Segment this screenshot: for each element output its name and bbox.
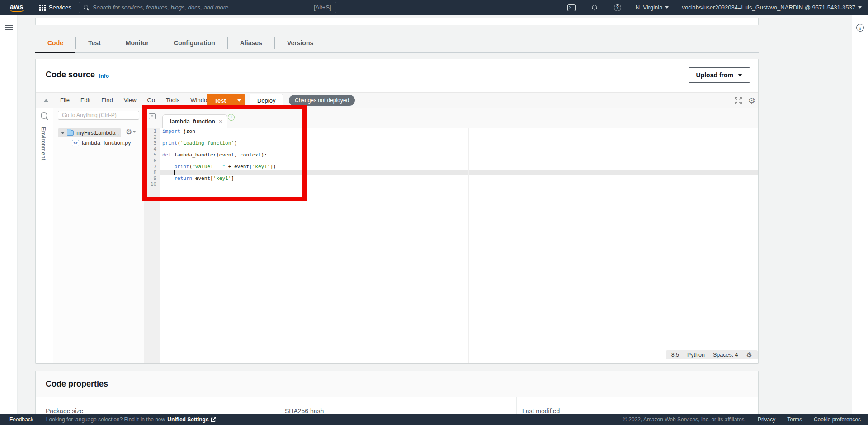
ide-left-strip: Environment: [36, 108, 53, 363]
search-icon[interactable]: [40, 112, 48, 120]
line-number: 9: [144, 175, 160, 181]
notifications-bell-icon[interactable]: [590, 3, 599, 13]
tab-monitor[interactable]: Monitor: [113, 33, 161, 53]
line-number: 4: [144, 146, 160, 152]
gear-icon: ⚙: [126, 128, 132, 136]
tab-test[interactable]: Test: [76, 33, 113, 53]
feedback-link[interactable]: Feedback: [9, 416, 33, 423]
editor-gutter: 12345678910: [144, 128, 160, 363]
code-line: print('Loading function'): [160, 140, 758, 146]
tree-file-row[interactable]: <> lambda_function.py: [72, 139, 131, 147]
code-line: def lambda_handler(event, context):: [160, 152, 758, 158]
code-properties-header: Code properties: [36, 371, 758, 397]
statusbar-gear-icon[interactable]: ⚙: [746, 352, 752, 359]
cursor-position[interactable]: 8:5: [671, 352, 679, 358]
code-region[interactable]: 12345678910 import jsonprint('Loading fu…: [144, 128, 758, 363]
editor-tab-lambda-function[interactable]: lambda_function ×: [162, 114, 227, 128]
divider: [583, 3, 583, 13]
python-file-icon: <>: [72, 140, 79, 146]
footer-link-terms[interactable]: Terms: [787, 416, 802, 423]
menu-view[interactable]: View: [124, 97, 137, 104]
hamburger-menu-icon[interactable]: [5, 25, 13, 30]
new-tab-button[interactable]: +: [228, 114, 235, 121]
footer-link-cookie-preferences[interactable]: Cookie preferences: [814, 416, 861, 423]
ide-area: Environment myFirstLambda - / ⚙ <> lambd…: [36, 108, 758, 363]
chevron-down-icon: [858, 6, 862, 9]
deploy-button[interactable]: Deploy: [250, 94, 283, 107]
folder-expand-caret-icon[interactable]: [61, 132, 65, 134]
line-number: 8: [144, 170, 160, 175]
code-line: print("value1 = " + event['key1']): [160, 164, 758, 170]
property-column: Package size: [36, 397, 279, 414]
code-source-header: Code source Info Upload from: [36, 59, 758, 92]
divider: [629, 3, 629, 13]
line-number: 6: [144, 158, 160, 164]
help-icon[interactable]: ?: [613, 3, 623, 13]
changes-not-deployed-badge: Changes not deployed: [289, 95, 355, 106]
property-column: SHA256 hash: [279, 397, 516, 414]
divider: [675, 3, 675, 13]
aws-logo[interactable]: aws: [7, 3, 26, 12]
goto-anything-input[interactable]: [58, 111, 139, 120]
global-search[interactable]: [Alt+S]: [79, 2, 336, 13]
footer-link-privacy[interactable]: Privacy: [758, 416, 775, 423]
language-mode[interactable]: Python: [687, 352, 705, 358]
account-label: voclabs/user2092034=Luis_Gustavo_NARDIN …: [682, 4, 855, 11]
code-editor[interactable]: ≡ lambda_function × + 12345678910 import…: [144, 108, 758, 363]
tab-configuration[interactable]: Configuration: [161, 33, 227, 53]
editor-code: import jsonprint('Loading function')def …: [160, 128, 758, 187]
line-number: 10: [144, 181, 160, 187]
cloudshell-icon[interactable]: >_: [566, 3, 576, 13]
footer-bar: Feedback Looking for language selection?…: [0, 414, 868, 425]
upload-from-button[interactable]: Upload from: [689, 67, 750, 83]
menu-tools[interactable]: Tools: [166, 97, 179, 104]
environment-panel-label[interactable]: Environment: [40, 127, 47, 160]
tab-versions[interactable]: Versions: [275, 33, 326, 53]
indentation-setting[interactable]: Spaces: 4: [713, 352, 738, 358]
tab-list-icon[interactable]: ≡: [149, 113, 156, 119]
code-source-title: Code source: [46, 70, 95, 80]
folder-path-suffix: - /: [117, 128, 121, 138]
left-rail: [0, 15, 18, 414]
file-name: lambda_function.py: [82, 140, 131, 146]
editor-tabstrip: ≡ lambda_function × +: [144, 108, 758, 128]
menu-go[interactable]: Go: [147, 97, 155, 104]
line-number: 1: [144, 128, 160, 134]
close-icon[interactable]: ×: [219, 118, 222, 125]
region-selector[interactable]: N. Virginia: [636, 4, 669, 11]
menu-file[interactable]: File: [60, 97, 70, 104]
tree-settings-button[interactable]: ⚙: [126, 128, 136, 136]
top-navigation-bar: aws Services [Alt+S] >_ ? N. Virginia vo…: [0, 0, 868, 15]
menu-edit[interactable]: Edit: [80, 97, 90, 104]
services-menu[interactable]: Services: [39, 4, 71, 11]
editor-settings-gear-icon[interactable]: ⚙: [748, 97, 755, 105]
account-menu[interactable]: voclabs/user2092034=Luis_Gustavo_NARDIN …: [682, 4, 862, 11]
test-dropdown-button[interactable]: [234, 94, 245, 107]
search-shortcut: [Alt+S]: [314, 4, 331, 11]
search-input[interactable]: [93, 4, 314, 11]
function-tabs: CodeTestMonitorConfigurationAliasesVersi…: [35, 33, 759, 53]
tree-folder-row[interactable]: myFirstLambda - /: [58, 128, 121, 137]
services-label: Services: [49, 4, 71, 11]
property-label: Package size: [46, 407, 279, 414]
unified-settings-link[interactable]: Unified Settings: [167, 416, 208, 423]
external-link-icon: [211, 417, 216, 422]
tab-code[interactable]: Code: [35, 33, 75, 53]
line-number: 2: [144, 134, 160, 140]
menu-find[interactable]: Find: [101, 97, 113, 104]
property-column: Last modified: [516, 397, 758, 414]
info-link[interactable]: Info: [99, 73, 109, 79]
collapse-panel-icon[interactable]: [44, 99, 48, 102]
info-panel-icon[interactable]: i: [856, 24, 864, 32]
test-button[interactable]: Test: [207, 94, 245, 107]
file-tree-panel: myFirstLambda - / ⚙ <> lambda_function.p…: [53, 108, 144, 363]
footer-links: PrivacyTermsCookie preferences: [758, 416, 861, 423]
line-number: 5: [144, 152, 160, 158]
divider: [606, 3, 606, 13]
tab-aliases[interactable]: Aliases: [228, 33, 274, 53]
region-label: N. Virginia: [636, 4, 663, 11]
function-overview-card-bottom: [35, 18, 759, 25]
chevron-down-icon: [665, 6, 669, 9]
code-line: [160, 181, 758, 187]
fullscreen-expand-icon[interactable]: [734, 96, 743, 105]
